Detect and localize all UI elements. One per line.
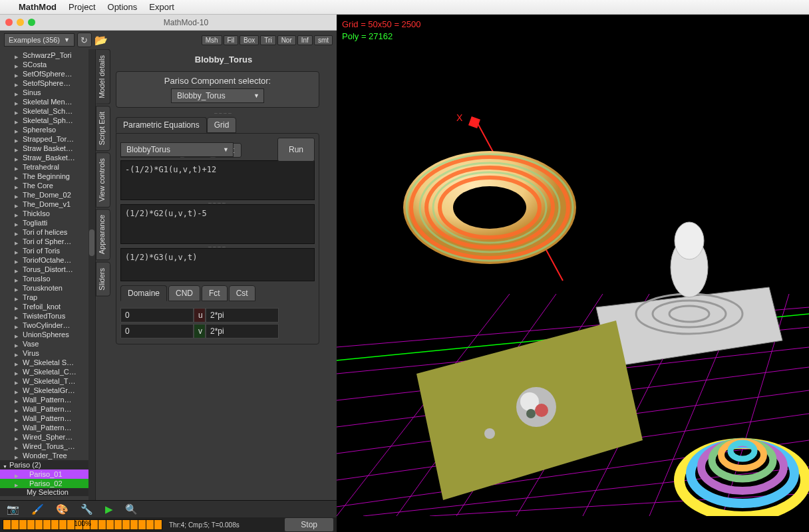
tree-item[interactable]: SetofSphere… [0, 78, 95, 88]
chip-fil[interactable]: Fil [224, 35, 239, 45]
pariso-label: Pariso Component selector: [122, 76, 313, 86]
domain-v-min[interactable]: 0 [120, 324, 194, 338]
tree-item[interactable]: Straw Basket… [0, 144, 95, 153]
tree-item[interactable]: Wired_Spher… [0, 432, 95, 442]
tree-item[interactable]: Tori of Toris [0, 246, 95, 255]
minimize-icon[interactable] [17, 19, 24, 26]
tree-item[interactable]: The_Dome_v1 [0, 200, 95, 209]
tree-item[interactable]: Torusknoten [0, 283, 95, 293]
equation-x-textarea[interactable]: -(1/2)*G1(u,v,t)+12 [120, 160, 315, 200]
tab-parametric[interactable]: Parametric Equations [116, 117, 207, 133]
tree-item[interactable]: Torus_Distort… [0, 265, 95, 274]
pariso-dropdown[interactable]: Blobby_Torus ▼ [171, 88, 264, 103]
wrench-icon[interactable]: 🔧 [81, 503, 93, 515]
equation-z-textarea[interactable]: (1/2)*G3(u,v,t) [120, 248, 315, 281]
menu-options[interactable]: Options [108, 2, 138, 12]
progress-percent: 100% [74, 520, 91, 527]
tree-item[interactable]: Sinus [0, 88, 95, 97]
tree-item[interactable]: Skeletal Men… [0, 97, 95, 106]
tree-item[interactable]: Skeletal_Sph… [0, 116, 95, 125]
tree-item[interactable]: Togliatti [0, 218, 95, 227]
domain-v-max[interactable]: 2*pi [206, 324, 279, 338]
tree-item[interactable]: SCosta [0, 60, 95, 69]
tree-scrollbar[interactable] [88, 49, 95, 500]
tab-cst[interactable]: Cst [229, 285, 255, 301]
brush-icon[interactable]: 🖌️ [31, 503, 44, 515]
panel-grip[interactable]: ┄┄┄┄ [113, 110, 334, 114]
vtab-sliders[interactable]: Sliders [96, 262, 110, 297]
tree-item[interactable]: ToriofOctahe… [0, 255, 95, 265]
equation-component-dropdown[interactable]: BlobbyTorus▼ [120, 142, 234, 157]
tree-item[interactable]: Wonder_Tree [0, 451, 95, 460]
tree-item[interactable]: Wall_Pattern… [0, 395, 95, 404]
chip-box[interactable]: Box [240, 35, 259, 45]
chip-nor[interactable]: Nor [277, 35, 296, 45]
vtab-appearance[interactable]: Appearance [96, 209, 110, 260]
tree-item-pariso-02[interactable]: Pariso_02 [0, 479, 95, 488]
tree-item[interactable]: Vase [0, 339, 95, 348]
tree-item[interactable]: Wall_Pattern… [0, 404, 95, 414]
tab-cnd[interactable]: CND [168, 285, 200, 301]
tree-item[interactable]: ThickIso [0, 209, 95, 218]
camera-icon[interactable]: 📷 [7, 503, 19, 515]
refresh-button[interactable]: ↻ [77, 33, 92, 47]
tree-my-selection[interactable]: My Selection [0, 488, 95, 496]
model-tree[interactable]: SchwarzP_ToriSCostaSetOfSphere…SetofSphe… [0, 49, 96, 500]
examples-dropdown[interactable]: Examples (356) ▼ [4, 33, 75, 47]
tree-item[interactable]: UnionSpheres [0, 330, 95, 339]
chip-smt[interactable]: smt [314, 35, 333, 45]
viewport-3d[interactable]: X [337, 15, 809, 516]
tree-item[interactable]: Wall_Pattern… [0, 423, 95, 432]
tree-item[interactable]: W_Skeletal_T… [0, 376, 95, 386]
chip-tri[interactable]: Tri [260, 35, 275, 45]
palette-icon[interactable]: 🎨 [56, 503, 69, 515]
tree-item[interactable]: Virus [0, 348, 95, 358]
domain-u-min[interactable]: 0 [120, 308, 194, 323]
tree-item[interactable]: Trap [0, 293, 95, 302]
tree-item[interactable]: The_Dome_02 [0, 190, 95, 200]
menu-export[interactable]: Export [149, 2, 174, 12]
tree-item[interactable]: Wall_Pattern… [0, 414, 95, 423]
tree-item[interactable]: Strapped_Tor… [0, 134, 95, 144]
stop-button[interactable]: Stop [284, 517, 334, 532]
menu-project[interactable]: Project [69, 2, 95, 12]
tree-item-pariso-01[interactable]: Pariso_01 [0, 469, 95, 479]
play-icon[interactable]: ▶ [105, 503, 113, 515]
tree-item[interactable]: Skeletal_Sch… [0, 106, 95, 116]
vtab-model-details[interactable]: Model details [96, 49, 110, 104]
chip-msh[interactable]: Msh [202, 35, 222, 45]
tree-item[interactable]: Tori of Spher… [0, 237, 95, 246]
tab-fct[interactable]: Fct [202, 285, 228, 301]
tree-item[interactable]: Tori of helices [0, 227, 95, 237]
tree-item[interactable]: The Core [0, 181, 95, 190]
tree-item[interactable]: TwistedTorus [0, 311, 95, 321]
tree-item[interactable]: Trefoil_knot [0, 302, 95, 311]
tab-domaine[interactable]: Domaine [120, 285, 167, 301]
tree-item[interactable]: Straw_Basket… [0, 153, 95, 162]
equation-y-textarea[interactable]: (1/2)*G2(u,v,t)-5 [120, 204, 315, 244]
tree-item[interactable]: TwoCylinder… [0, 321, 95, 330]
tree-item[interactable]: W_Skeletal S… [0, 358, 95, 367]
folder-icon[interactable]: 📂 [94, 34, 108, 47]
close-icon[interactable] [5, 19, 13, 26]
domain-u-max[interactable]: 2*pi [206, 308, 279, 323]
tree-item[interactable]: SphereIso [0, 125, 95, 134]
domain-u-label: u [194, 308, 206, 323]
run-button[interactable]: Run [277, 138, 315, 162]
tree-item[interactable]: Wired_Torus_… [0, 442, 95, 451]
tree-item[interactable]: SchwarzP_Tori [0, 51, 95, 60]
chip-inf[interactable]: Inf [297, 35, 313, 45]
vtab-script-edit[interactable]: Script Edit [96, 106, 110, 151]
tree-item[interactable]: The Beginning [0, 172, 95, 181]
tree-item[interactable]: SetOfSphere… [0, 69, 95, 78]
svg-point-39 [484, 428, 495, 439]
tree-item[interactable]: TorusIso [0, 274, 95, 283]
tree-item[interactable]: W_SkeletalGr… [0, 386, 95, 395]
tree-category-pariso[interactable]: Pariso (2) [0, 460, 95, 469]
zoom-icon[interactable] [28, 19, 35, 26]
tree-item[interactable]: Tetrahedral [0, 162, 95, 172]
search-icon[interactable]: 🔍 [125, 503, 138, 515]
vtab-view-controls[interactable]: View controls [96, 152, 110, 207]
tab-grid[interactable]: Grid [207, 117, 237, 133]
tree-item[interactable]: W_Skeletal_C… [0, 367, 95, 376]
